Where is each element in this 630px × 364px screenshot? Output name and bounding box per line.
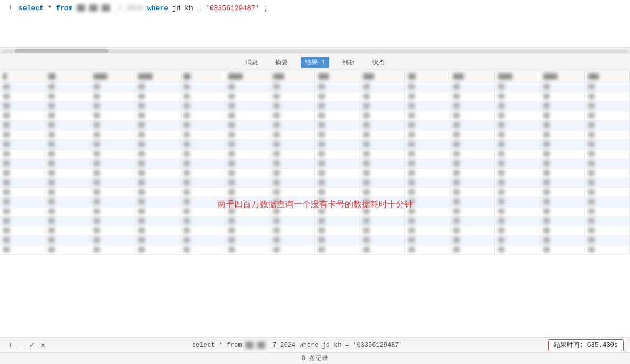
table-cell: ██ bbox=[405, 245, 450, 255]
table-cell: ██ bbox=[90, 245, 135, 255]
table-cell: ██ bbox=[225, 102, 270, 111]
table-cell: ██ bbox=[405, 178, 450, 188]
table-cell: ██ bbox=[405, 197, 450, 207]
editor-area[interactable]: 1 select * from ██ ██ ██ _7_2024 where j… bbox=[0, 0, 630, 48]
table-cell: ██ bbox=[450, 188, 495, 197]
table-cell: ██ bbox=[360, 130, 405, 140]
table-cell: ██ bbox=[135, 236, 180, 245]
table-cell: ██ bbox=[540, 150, 585, 159]
col-header-8[interactable]: ███ bbox=[315, 71, 360, 82]
table-cell: ██ bbox=[90, 92, 135, 102]
table-row: ████████████████████████████ bbox=[0, 140, 630, 150]
horizontal-scrollbar[interactable] bbox=[0, 48, 630, 54]
col-header-3[interactable]: ████ bbox=[90, 71, 135, 82]
tab-messages[interactable]: 消息 bbox=[241, 57, 262, 68]
table-cell: ██ bbox=[135, 169, 180, 178]
col-header-10[interactable]: ██ bbox=[405, 71, 450, 82]
table-cell: ██ bbox=[405, 188, 450, 197]
table-cell: ██ bbox=[225, 207, 270, 217]
table-row: ████████████████████████████ bbox=[0, 217, 630, 226]
sql-code[interactable]: select * from ██ ██ ██ _7_2024 where jd_… bbox=[19, 3, 630, 14]
table-cell: ██ bbox=[315, 245, 360, 255]
table-cell: ██ bbox=[180, 178, 225, 188]
table-cell: ██ bbox=[450, 226, 495, 236]
add-button[interactable]: + bbox=[6, 341, 14, 350]
table-cell: ██ bbox=[360, 82, 405, 92]
table-cell: ██ bbox=[315, 130, 360, 140]
col-header-13[interactable]: ████ bbox=[540, 71, 585, 82]
table-cell: ██ bbox=[450, 207, 495, 217]
table-cell: ██ bbox=[0, 197, 45, 207]
table-cell: ██ bbox=[180, 197, 225, 207]
table-cell: ██ bbox=[360, 121, 405, 130]
table-cell: ██ bbox=[0, 178, 45, 188]
table-cell: ██ bbox=[315, 217, 360, 226]
tab-summary[interactable]: 摘要 bbox=[271, 57, 292, 68]
tab-result1[interactable]: 结果 1 bbox=[301, 57, 329, 68]
table-cell: ██ bbox=[585, 236, 630, 245]
table-cell: ██ bbox=[0, 159, 45, 169]
table-cell: ██ bbox=[270, 245, 315, 255]
scrollbar-track bbox=[2, 49, 628, 53]
table-cell: ██ bbox=[405, 111, 450, 121]
table-cell: ██ bbox=[0, 188, 45, 197]
table-cell: ██ bbox=[450, 102, 495, 111]
check-button[interactable]: ✓ bbox=[28, 341, 36, 350]
table-cell: ██ bbox=[135, 245, 180, 255]
table-cell: ██ bbox=[585, 111, 630, 121]
table-cell: ██ bbox=[225, 169, 270, 178]
tab-status[interactable]: 状态 bbox=[368, 57, 389, 68]
table-cell: ██ bbox=[315, 92, 360, 102]
table-cell: ██ bbox=[90, 159, 135, 169]
table-cell: ██ bbox=[0, 130, 45, 140]
table-cell: ██ bbox=[495, 121, 540, 130]
table-cell: ██ bbox=[450, 169, 495, 178]
table-cell: ██ bbox=[0, 150, 45, 159]
table-cell: ██ bbox=[315, 159, 360, 169]
table-cell: ██ bbox=[360, 207, 405, 217]
col-header-9[interactable]: ███ bbox=[360, 71, 405, 82]
tab-profiling[interactable]: 剖析 bbox=[338, 57, 359, 68]
table-cell: ██ bbox=[540, 92, 585, 102]
table-cell: ██ bbox=[90, 169, 135, 178]
table-cell: ██ bbox=[135, 188, 180, 197]
table-cell: ██ bbox=[180, 159, 225, 169]
table-cell: ██ bbox=[180, 188, 225, 197]
table-cell: ██ bbox=[405, 226, 450, 236]
scrollbar-thumb[interactable] bbox=[15, 49, 109, 53]
table-cell: ██ bbox=[360, 217, 405, 226]
table-cell: ██ bbox=[135, 121, 180, 130]
sql-equals: = bbox=[197, 4, 202, 12]
col-header-11[interactable]: ███ bbox=[450, 71, 495, 82]
col-header-2[interactable]: ██ bbox=[45, 71, 90, 82]
table-cell: ██ bbox=[585, 226, 630, 236]
minus-button[interactable]: − bbox=[17, 341, 24, 350]
table-cell: ██ bbox=[0, 111, 45, 121]
table-cell: ██ bbox=[540, 226, 585, 236]
table-cell: ██ bbox=[540, 159, 585, 169]
table-cell: ██ bbox=[225, 150, 270, 159]
col-header-5[interactable]: ██ bbox=[180, 71, 225, 82]
col-header-12[interactable]: ████ bbox=[495, 71, 540, 82]
table-cell: ██ bbox=[180, 207, 225, 217]
table-cell: ██ bbox=[315, 178, 360, 188]
col-header-6[interactable]: ████ bbox=[225, 71, 270, 82]
table-cell: ██ bbox=[405, 102, 450, 111]
table-cell: ██ bbox=[585, 82, 630, 92]
sql-table-name: ██ ██ ██ _7_2024 bbox=[77, 4, 147, 12]
col-header-7[interactable]: ███ bbox=[270, 71, 315, 82]
cancel-button[interactable]: ✕ bbox=[39, 341, 46, 350]
table-cell: ██ bbox=[45, 82, 90, 92]
table-row: ████████████████████████████ bbox=[0, 226, 630, 236]
table-cell: ██ bbox=[90, 150, 135, 159]
table-cell: ██ bbox=[270, 226, 315, 236]
table-cell: ██ bbox=[315, 169, 360, 178]
table-cell: ██ bbox=[135, 82, 180, 92]
col-header-14[interactable]: ███ bbox=[585, 71, 630, 82]
col-header-1[interactable]: █ bbox=[0, 71, 45, 82]
table-cell: ██ bbox=[45, 169, 90, 178]
table-cell: ██ bbox=[540, 188, 585, 197]
table-row: ████████████████████████████ bbox=[0, 130, 630, 140]
col-header-4[interactable]: ████ bbox=[135, 71, 180, 82]
table-cell: ██ bbox=[225, 121, 270, 130]
